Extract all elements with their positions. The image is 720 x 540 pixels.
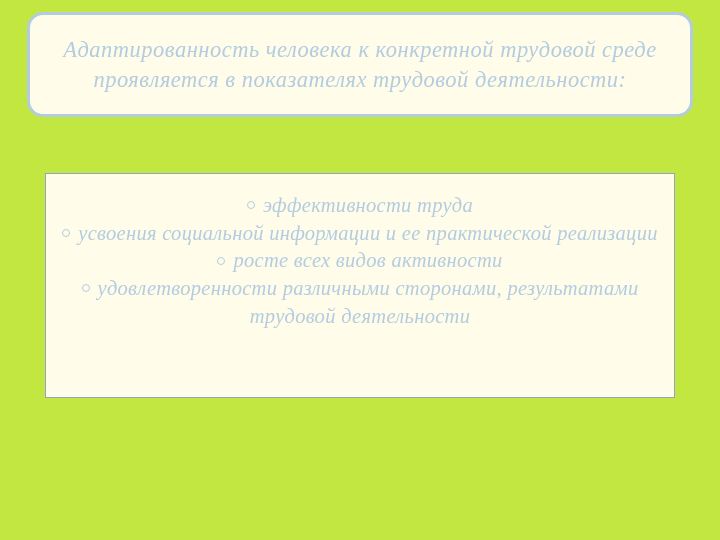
item-text: удовлетворенности различными сторонами, … [98,277,639,327]
list-item: росте всех видов активности [60,247,660,275]
bullet-icon [82,284,90,292]
bullet-icon [62,229,70,237]
list-item: эффективности труда [60,192,660,220]
bullet-icon [217,257,225,265]
list-item: удовлетворенности различными сторонами, … [60,275,660,330]
content-list: эффективности труда усвоения социальной … [60,192,660,330]
list-item: усвоения социальной информации и ее прак… [60,220,660,248]
header-text: Адаптированность человека к конкретной т… [50,35,670,94]
item-text: усвоения социальной информации и ее прак… [78,222,657,244]
bullet-icon [247,201,255,209]
item-text: эффективности труда [263,194,473,216]
header-box: Адаптированность человека к конкретной т… [27,12,693,117]
item-text: росте всех видов активности [233,249,502,271]
content-box: эффективности труда усвоения социальной … [45,173,675,398]
